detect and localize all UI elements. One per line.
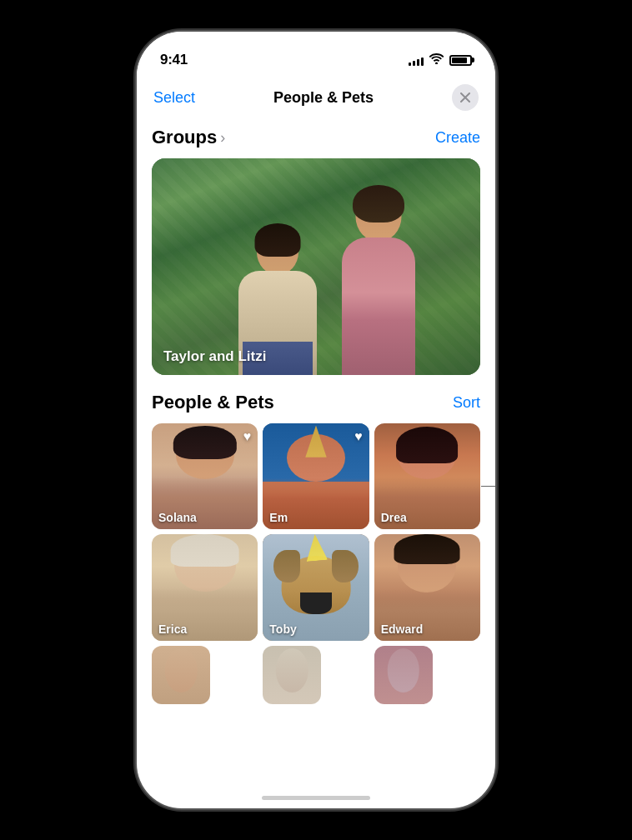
wifi-icon: [429, 53, 444, 67]
groups-section-header: Groups › Create: [152, 127, 480, 148]
group-featured-card[interactable]: Taylor and Litzi: [152, 158, 480, 375]
nav-bar: Select People & Pets: [137, 77, 495, 118]
select-button[interactable]: Select: [153, 89, 195, 107]
phone-frame: 9:41 Select Pe: [137, 32, 495, 808]
person-photo-partial3: [374, 646, 433, 704]
person-cell-partial-1[interactable]: [152, 646, 210, 704]
battery-icon: [449, 55, 472, 66]
person-cell-toby[interactable]: Toby: [263, 534, 369, 640]
edward-name: Edward: [381, 622, 424, 636]
close-button[interactable]: [452, 84, 479, 111]
signal-icon: [409, 55, 424, 66]
annotation-line: [481, 486, 495, 487]
solana-name: Solana: [158, 511, 197, 524]
home-indicator: [262, 796, 370, 800]
person-cell-erica[interactable]: Erica: [152, 534, 258, 640]
people-grid: ♥ Solana: [152, 423, 480, 704]
close-icon: [460, 92, 470, 102]
person-cell-drea[interactable]: Drea: [374, 423, 480, 529]
status-icons: [409, 53, 472, 67]
create-button[interactable]: Create: [435, 129, 480, 147]
person-cell-edward[interactable]: Edward: [374, 534, 480, 640]
person-cell-partial-2[interactable]: [263, 646, 321, 704]
status-bar: 9:41: [137, 32, 495, 77]
toby-name: Toby: [269, 622, 296, 636]
solana-favorite-icon: ♥: [243, 429, 252, 444]
scroll-area: Groups › Create: [137, 118, 495, 808]
person-photo-partial1: [152, 646, 210, 704]
sort-button[interactable]: Sort: [453, 394, 480, 412]
em-favorite-icon: ♥: [354, 429, 363, 444]
people-pets-title: People & Pets: [152, 392, 274, 413]
status-time: 9:41: [160, 52, 188, 68]
person-photo-partial2: [263, 646, 321, 704]
em-name: Em: [269, 511, 288, 524]
page-title: People & Pets: [273, 89, 374, 107]
person-cell-partial-3[interactable]: [374, 646, 433, 704]
person-cell-solana[interactable]: ♥ Solana: [152, 423, 258, 529]
erica-name: Erica: [158, 622, 187, 636]
people-pets-section-header: People & Pets Sort: [152, 392, 480, 413]
group-featured-bg: [152, 158, 480, 375]
people-grid-wrapper: ♥ Solana: [152, 423, 480, 704]
drea-name: Drea: [381, 511, 407, 524]
phone-content-wrapper: 9:41 Select Pe: [137, 32, 495, 808]
person-cell-em[interactable]: ♥ Em: [263, 423, 369, 529]
group-featured-label: Taylor and Litzi: [163, 348, 266, 365]
groups-title[interactable]: Groups ›: [152, 127, 225, 148]
annotation-callout: 轻点可为照片中的 人物和宠物命名。: [481, 469, 495, 502]
groups-chevron-icon: ›: [220, 129, 225, 147]
